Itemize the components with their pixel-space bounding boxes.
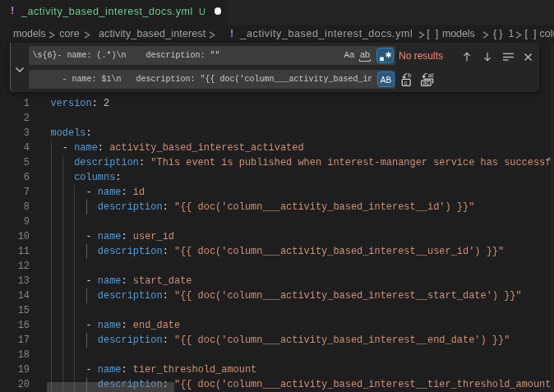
svg-text:c: c — [404, 79, 408, 86]
svg-text:b: b — [408, 72, 411, 79]
svg-text:ac: ac — [422, 79, 429, 86]
svg-text:ab: ab — [360, 49, 370, 59]
svg-text:ab: ab — [428, 72, 435, 79]
